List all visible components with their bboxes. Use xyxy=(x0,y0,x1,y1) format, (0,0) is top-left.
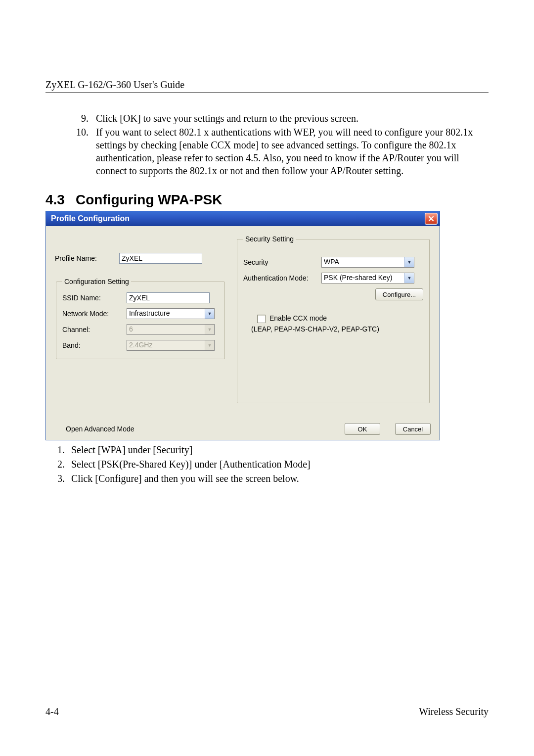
dialog-title: Profile Configuration xyxy=(51,214,425,223)
channel-value: 6 xyxy=(127,325,205,334)
dropdown-arrow-icon: ▼ xyxy=(205,325,214,334)
ccx-hint-text: (LEAP, PEAP-MS-CHAP-V2, PEAP-GTC) xyxy=(251,325,423,333)
security-label: Security xyxy=(243,258,321,266)
profile-name-input[interactable] xyxy=(119,253,202,264)
cancel-button[interactable]: Cancel xyxy=(395,423,431,435)
ssid-label: SSID Name: xyxy=(62,294,127,302)
open-advanced-mode-link[interactable]: Open Advanced Mode xyxy=(66,425,134,433)
auth-mode-value: PSK (Pre-shared Key) xyxy=(322,273,404,283)
dropdown-arrow-icon: ▼ xyxy=(205,340,214,350)
ssid-input[interactable] xyxy=(127,292,210,303)
auth-mode-label: Authentication Mode: xyxy=(243,274,321,282)
security-setting-group: Security Setting Security WPA ▼ xyxy=(237,235,430,403)
dialog-titlebar[interactable]: Profile Configuration xyxy=(46,211,440,226)
dropdown-arrow-icon: ▼ xyxy=(205,309,214,319)
below-step-3: Click [Configure] and then you will see … xyxy=(67,472,489,485)
page-footer: 4-4 Wireless Security xyxy=(45,706,489,717)
configuration-setting-group: Configuration Setting SSID Name: Network… xyxy=(56,278,225,359)
footer-section: Wireless Security xyxy=(419,706,489,717)
profile-configuration-dialog: Profile Configuration Profile Name: xyxy=(45,211,440,440)
step-10: If you want to select 802.1 x authentica… xyxy=(91,126,489,177)
step-9: Click [OK] to save your settings and ret… xyxy=(91,112,489,125)
below-step-2: Select [PSK(Pre-Shared Key)] under [Auth… xyxy=(67,458,489,471)
document-header: ZyXEL G-162/G-360 User's Guide xyxy=(45,79,489,93)
channel-label: Channel: xyxy=(62,326,127,333)
network-mode-label: Network Mode: xyxy=(62,310,127,318)
configuration-setting-legend: Configuration Setting xyxy=(62,278,131,285)
below-step-1: Select [WPA] under [Security] xyxy=(67,443,489,457)
network-mode-select[interactable]: Infrastructure ▼ xyxy=(127,308,215,319)
checkbox-box-icon xyxy=(257,315,266,323)
channel-select: 6 ▼ xyxy=(127,324,215,335)
security-value: WPA xyxy=(322,257,404,267)
section-heading: 4.3Configuring WPA-PSK xyxy=(45,192,489,208)
configure-button[interactable]: Configure... xyxy=(375,288,423,300)
band-label: Band: xyxy=(62,341,127,349)
page-number: 4-4 xyxy=(45,706,59,717)
band-select: 2.4GHz ▼ xyxy=(127,340,215,351)
auth-mode-select[interactable]: PSK (Pre-shared Key) ▼ xyxy=(321,273,414,284)
dropdown-arrow-icon: ▼ xyxy=(404,273,414,283)
close-button[interactable] xyxy=(425,213,438,225)
instruction-list-top: Click [OK] to save your settings and ret… xyxy=(45,112,489,177)
enable-ccx-label: Enable CCX mode xyxy=(269,314,327,322)
security-setting-legend: Security Setting xyxy=(243,235,296,243)
close-icon xyxy=(428,216,434,222)
network-mode-value: Infrastructure xyxy=(127,309,205,319)
dropdown-arrow-icon: ▼ xyxy=(404,257,414,267)
section-title-text: Configuring WPA-PSK xyxy=(76,192,222,207)
instruction-list-bottom: Select [WPA] under [Security] Select [PS… xyxy=(45,443,489,485)
ok-button[interactable]: OK xyxy=(345,423,380,435)
band-value: 2.4GHz xyxy=(127,340,205,350)
security-select[interactable]: WPA ▼ xyxy=(321,257,414,268)
section-number: 4.3 xyxy=(45,192,65,207)
enable-ccx-checkbox[interactable]: Enable CCX mode xyxy=(257,314,423,323)
profile-name-label: Profile Name: xyxy=(55,254,119,262)
